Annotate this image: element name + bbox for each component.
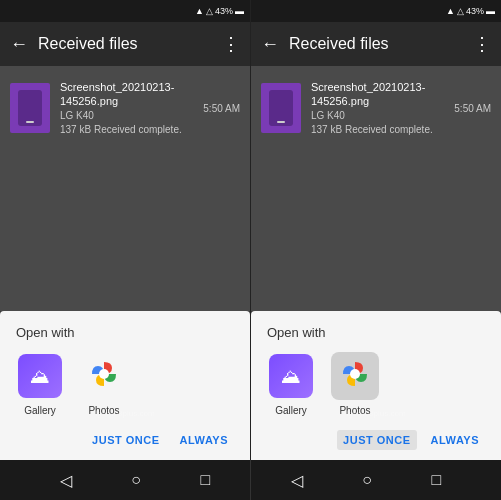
screen-left: ▲ △ 43% ▬ ← Received files ⋮ Screenshot_… <box>0 0 251 460</box>
app-options: ⛰ Gallery Photos <box>16 352 234 416</box>
app-option-gallery[interactable]: ⛰ Gallery <box>267 352 315 416</box>
file-item[interactable]: Screenshot_20210213-145256.png LG K40 13… <box>10 74 240 143</box>
just-once-button[interactable]: JUST ONCE <box>86 430 165 450</box>
file-time: 5:50 AM <box>454 103 491 114</box>
gallery-icon: ⛰ <box>18 354 62 398</box>
file-info: Screenshot_20210213-145256.png LG K40 13… <box>311 80 444 137</box>
file-list: Screenshot_20210213-145256.png LG K40 13… <box>251 66 501 311</box>
svg-point-0 <box>99 369 109 379</box>
app-icon-wrapper-photos <box>80 352 128 400</box>
file-time: 5:50 AM <box>203 103 240 114</box>
open-with-title: Open with <box>16 325 234 340</box>
page-title: Received files <box>38 35 212 53</box>
signal-icon: ▲ <box>446 6 455 16</box>
app-bar: ← Received files ⋮ <box>0 22 250 66</box>
app-icon-wrapper-gallery: ⛰ <box>267 352 315 400</box>
photos-icon <box>335 354 375 398</box>
signal-icon: ▲ <box>195 6 204 16</box>
app-option-gallery[interactable]: ⛰ Gallery <box>16 352 64 416</box>
recent-nav-button-right[interactable]: □ <box>432 471 442 489</box>
file-thumbnail <box>261 83 301 133</box>
app-option-photos[interactable]: Photos <box>331 352 379 416</box>
app-bar: ← Received files ⋮ <box>251 22 501 66</box>
recent-nav-button[interactable]: □ <box>201 471 211 489</box>
screens-container: ▲ △ 43% ▬ ← Received files ⋮ Screenshot_… <box>0 0 501 460</box>
gallery-icon: ⛰ <box>269 354 313 398</box>
bottom-sheet: Open with ⛰ Gallery Photos JUST ONCEALWA… <box>251 311 501 460</box>
battery-text: 43% <box>215 6 233 16</box>
back-nav-button-right[interactable]: ◁ <box>291 471 303 490</box>
always-button[interactable]: ALWAYS <box>174 430 234 450</box>
action-buttons: JUST ONCEALWAYS <box>16 430 234 450</box>
page-title: Received files <box>289 35 463 53</box>
app-options: ⛰ Gallery Photos <box>267 352 485 416</box>
watermark: lgstylo3plus.com <box>251 409 501 418</box>
status-icons: ▲ △ 43% ▬ <box>195 6 244 16</box>
file-item[interactable]: Screenshot_20210213-145256.png LG K40 13… <box>261 74 491 143</box>
more-options-button[interactable]: ⋮ <box>473 33 491 55</box>
back-button[interactable]: ← <box>261 34 279 55</box>
file-name: Screenshot_20210213-145256.png <box>60 80 193 109</box>
gallery-icon-symbol: ⛰ <box>30 365 50 388</box>
svg-point-1 <box>350 369 360 379</box>
file-device: LG K40 <box>311 109 444 123</box>
watermark: lgstylo3plus.com <box>0 409 250 418</box>
home-nav-button[interactable]: ○ <box>131 471 141 489</box>
status-bar: ▲ △ 43% ▬ <box>0 0 250 22</box>
photos-icon <box>84 354 124 398</box>
global-nav-bar: ◁ ○ □ ◁ ○ □ <box>0 460 501 500</box>
file-thumbnail <box>10 83 50 133</box>
action-buttons: JUST ONCEALWAYS <box>267 430 485 450</box>
gallery-icon-symbol: ⛰ <box>281 365 301 388</box>
file-name: Screenshot_20210213-145256.png <box>311 80 444 109</box>
back-nav-button[interactable]: ◁ <box>60 471 72 490</box>
right-nav: ◁ ○ □ <box>251 471 481 490</box>
just-once-button[interactable]: JUST ONCE <box>337 430 416 450</box>
phone-icon <box>269 90 293 126</box>
file-status: 137 kB Received complete. <box>60 123 193 137</box>
more-options-button[interactable]: ⋮ <box>222 33 240 55</box>
app-icon-wrapper-photos <box>331 352 379 400</box>
status-bar: ▲ △ 43% ▬ <box>251 0 501 22</box>
always-button[interactable]: ALWAYS <box>425 430 485 450</box>
open-with-title: Open with <box>267 325 485 340</box>
status-icons: ▲ △ 43% ▬ <box>446 6 495 16</box>
wifi-icon: △ <box>206 6 213 16</box>
home-nav-button-right[interactable]: ○ <box>362 471 372 489</box>
app-icon-wrapper-gallery: ⛰ <box>16 352 64 400</box>
back-button[interactable]: ← <box>10 34 28 55</box>
app-option-photos[interactable]: Photos <box>80 352 128 416</box>
file-info: Screenshot_20210213-145256.png LG K40 13… <box>60 80 193 137</box>
left-nav: ◁ ○ □ <box>20 471 250 490</box>
screen-right: ▲ △ 43% ▬ ← Received files ⋮ Screenshot_… <box>251 0 501 460</box>
battery-icon: ▬ <box>235 6 244 16</box>
wifi-icon: △ <box>457 6 464 16</box>
battery-icon: ▬ <box>486 6 495 16</box>
bottom-sheet: Open with ⛰ Gallery Photos JUST ONCEALWA… <box>0 311 250 460</box>
file-status: 137 kB Received complete. <box>311 123 444 137</box>
file-list: Screenshot_20210213-145256.png LG K40 13… <box>0 66 250 311</box>
file-device: LG K40 <box>60 109 193 123</box>
phone-icon <box>18 90 42 126</box>
battery-text: 43% <box>466 6 484 16</box>
